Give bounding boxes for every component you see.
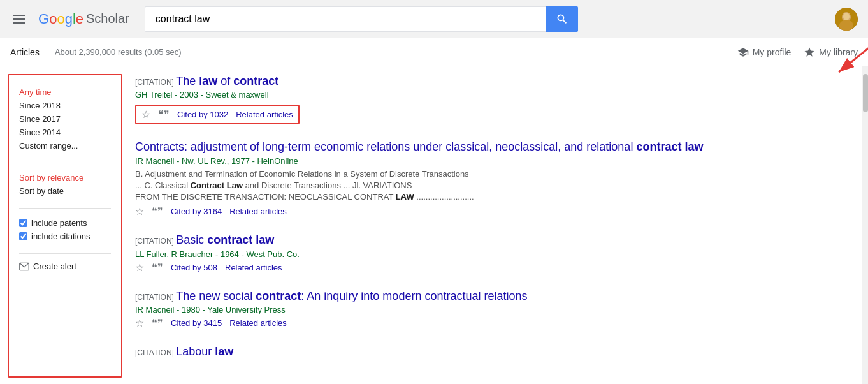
sub-bar-right: My profile My library — [737, 47, 858, 58]
include-citations-label: include citations — [31, 232, 90, 241]
sidebar: Any time Since 2018 Since 2017 Since 201… — [8, 74, 122, 378]
citation-badge: [CITATION] — [135, 293, 176, 302]
results-time: (0.05 sec) — [145, 47, 182, 57]
results-count: About 2,390,000 results — [55, 47, 142, 57]
envelope-icon — [19, 262, 29, 271]
sidebar-divider-3 — [19, 253, 111, 254]
cited-by-link[interactable]: Cited by 3415 — [171, 318, 222, 328]
sort-by-date[interactable]: Sort by date — [19, 184, 111, 198]
cited-by-link[interactable]: Cited by 508 — [171, 263, 217, 272]
articles-label: Articles — [10, 47, 40, 57]
result-meta: IR Macneil - 1980 - Yale University Pres… — [135, 305, 849, 314]
sort-by-relevance[interactable]: Sort by relevance — [19, 171, 111, 184]
related-articles-link[interactable]: Related articles — [225, 263, 282, 272]
result-meta: LL Fuller, R Braucher - 1964 - West Pub.… — [135, 249, 849, 259]
search-input[interactable] — [145, 6, 546, 32]
result-actions: ☆ ❝❞ Cited by 3415 Related articles — [135, 317, 849, 329]
my-library-button[interactable]: My library — [804, 47, 858, 58]
result-title-link[interactable]: Basic contract law — [176, 233, 274, 246]
save-star-icon[interactable]: ☆ — [135, 205, 144, 218]
svg-point-3 — [843, 13, 850, 20]
main-content: Any time Since 2018 Since 2017 Since 201… — [0, 66, 868, 384]
sub-bar: Articles About 2,390,000 results (0.05 s… — [0, 38, 868, 66]
result-actions: ☆ ❝❞ Cited by 3164 Related articles — [135, 205, 849, 218]
sort-section: Sort by relevance Sort by date — [19, 171, 111, 198]
search-icon — [556, 13, 568, 26]
result-item: [CITATION] Basic contract law LL Fuller,… — [135, 233, 849, 273]
include-patents-label: include patents — [31, 218, 87, 228]
save-star-icon[interactable]: ☆ — [141, 108, 150, 121]
include-patents-checkbox[interactable]: include patents — [19, 216, 111, 230]
filter-since-2017[interactable]: Since 2017 — [19, 112, 111, 126]
search-form — [145, 6, 578, 32]
save-star-icon[interactable]: ☆ — [135, 262, 144, 274]
sidebar-divider-2 — [19, 208, 111, 209]
result-item: [CITATION] The new social contract: An i… — [135, 289, 849, 329]
avatar[interactable] — [835, 8, 858, 31]
cited-by-link[interactable]: Cited by 1032 — [177, 110, 228, 119]
cite-icon[interactable]: ❝❞ — [152, 262, 163, 274]
citation-badge: [CITATION] — [135, 237, 176, 246]
cite-icon[interactable]: ❝❞ — [152, 317, 163, 329]
result-actions: ☆ ❝❞ Cited by 1032 Related articles — [135, 105, 300, 124]
logo-google: Google — [38, 11, 83, 27]
result-title-link[interactable]: Labour law — [176, 345, 233, 358]
citation-badge: [CITATION] — [135, 78, 176, 87]
top-bar: Google Scholar — [0, 0, 868, 38]
my-profile-label: My profile — [753, 47, 792, 57]
related-articles-link[interactable]: Related articles — [229, 318, 287, 328]
menu-icon[interactable] — [10, 12, 28, 26]
time-filter-section: Any time Since 2018 Since 2017 Since 201… — [19, 85, 111, 152]
save-star-icon[interactable]: ☆ — [135, 317, 144, 329]
graduation-cap-icon — [737, 47, 749, 58]
logo-link[interactable]: Google Scholar — [38, 11, 129, 27]
avatar-image — [835, 8, 858, 31]
result-actions: ☆ ❝❞ Cited by 508 Related articles — [135, 262, 849, 274]
my-profile-button[interactable]: My profile — [737, 47, 792, 58]
cited-by-link[interactable]: Cited by 3164 — [171, 207, 222, 216]
result-title-link[interactable]: Contracts: adjustment of long-term econo… — [135, 140, 703, 153]
filter-custom-range[interactable]: Custom range... — [19, 139, 111, 152]
cite-icon[interactable]: ❝❞ — [158, 108, 170, 121]
sidebar-divider-1 — [19, 163, 111, 163]
result-title-link[interactable]: The law of contract — [176, 75, 278, 87]
include-citations-checkbox[interactable]: include citations — [19, 230, 111, 243]
filter-since-2018[interactable]: Since 2018 — [19, 99, 111, 112]
include-patents-input[interactable] — [19, 219, 27, 227]
result-item: [CITATION] Labour law — [135, 344, 849, 359]
result-meta: GH Treitel - 2003 - Sweet & maxwell — [135, 90, 849, 100]
result-snippet: B. Adjustment and Termination of Economi… — [135, 168, 849, 203]
logo-scholar: Scholar — [86, 11, 129, 26]
result-title-link[interactable]: The new social contract: An inquiry into… — [176, 290, 527, 302]
include-citations-input[interactable] — [19, 232, 27, 240]
search-button[interactable] — [546, 6, 578, 32]
cite-icon[interactable]: ❝❞ — [152, 205, 163, 218]
citation-badge: [CITATION] — [135, 348, 176, 357]
top-bar-right — [835, 8, 858, 31]
results-pane: [CITATION] The law of contract GH Treite… — [122, 66, 862, 384]
create-alert-button[interactable]: Create alert — [19, 262, 111, 271]
filter-any-time[interactable]: Any time — [19, 85, 111, 99]
related-articles-link[interactable]: Related articles — [229, 207, 287, 216]
filter-since-2014[interactable]: Since 2014 — [19, 126, 111, 139]
my-library-label: My library — [819, 47, 858, 57]
result-meta: IR Macneil - Nw. UL Rev., 1977 - HeinOnl… — [135, 156, 849, 166]
scrollbar[interactable] — [862, 66, 868, 384]
result-item: [CITATION] The law of contract GH Treite… — [135, 74, 849, 124]
related-articles-link[interactable]: Related articles — [236, 110, 293, 119]
checkbox-section: include patents include citations — [19, 216, 111, 243]
create-alert-label: Create alert — [33, 262, 76, 271]
result-item: Contracts: adjustment of long-term econo… — [135, 140, 849, 218]
results-info: About 2,390,000 results (0.05 sec) — [55, 47, 182, 57]
star-icon — [804, 47, 815, 58]
